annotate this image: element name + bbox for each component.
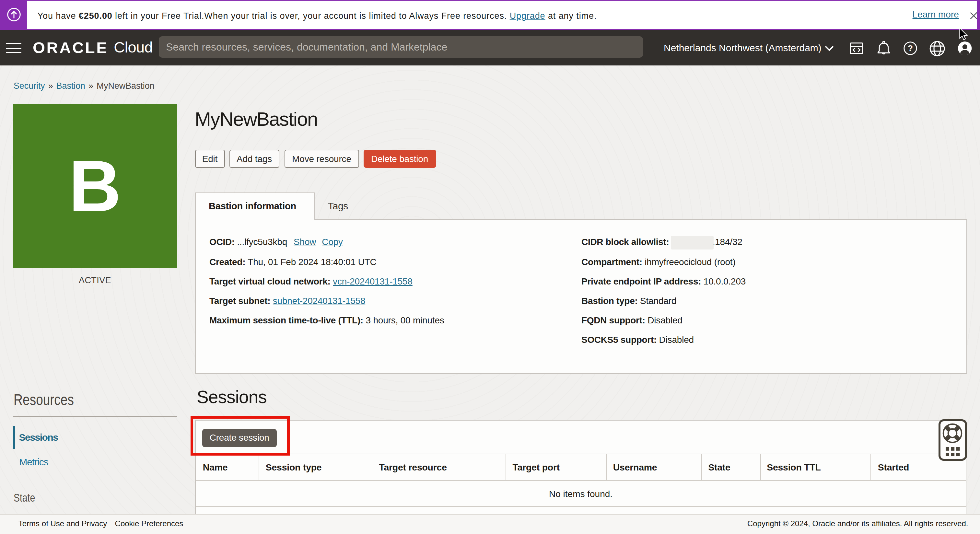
svg-text:?: ? — [907, 44, 913, 54]
